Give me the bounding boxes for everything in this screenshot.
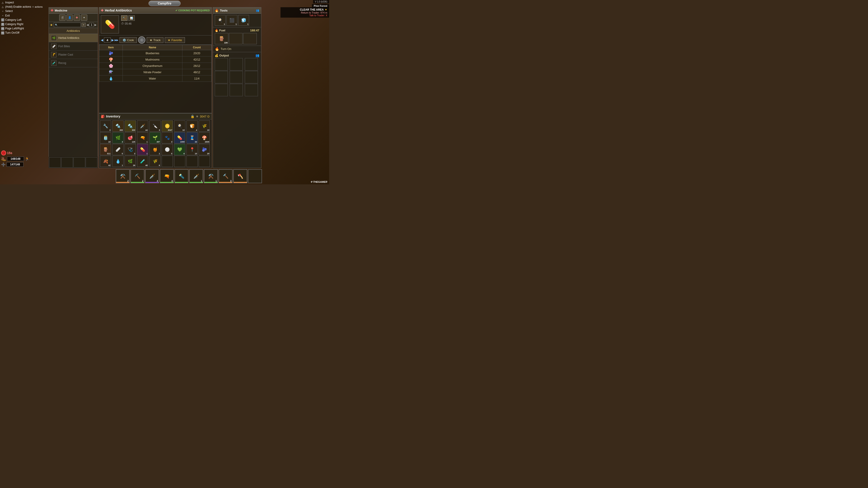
category-fort-bites[interactable]: 🩹 Fort Bites — [49, 42, 98, 51]
output-slot-6[interactable] — [215, 84, 228, 96]
slot-icon-sprout: 🌱 — [153, 135, 158, 140]
track-button[interactable]: ★ Track — [147, 37, 163, 43]
tool-slot-jar[interactable]: 🧊 1 — [238, 15, 249, 26]
output-slot-8[interactable] — [245, 84, 258, 96]
category-plaster-cast[interactable]: 🦵 Plaster Cast — [49, 51, 98, 59]
inv-slot-2-8[interactable]: 🫐20 — [199, 144, 210, 155]
recipe-tab-info[interactable]: 🔨 — [121, 15, 127, 21]
inv-slot-0-5[interactable]: 🪙3047 — [162, 121, 173, 132]
hotbar-slot-5[interactable]: 🗡️ 1 — [189, 169, 203, 183]
control-turn-on: R1 Turn On/Off — [1, 31, 48, 35]
favorite-star-button[interactable]: ★ — [50, 23, 53, 27]
inv-slot-2-7[interactable]: 📍10 — [186, 144, 198, 155]
hotbar-icon-6: ⚒️ — [208, 173, 214, 179]
fuel-slot-log[interactable]: 🪵 226 — [215, 33, 228, 44]
tool-slot-pan[interactable]: 🍳 1 — [215, 15, 225, 26]
inv-slot-1-5[interactable]: 🐾3 — [162, 132, 173, 143]
category-recog[interactable]: 🧪 Recog — [49, 59, 98, 67]
output-slot-1[interactable] — [230, 58, 243, 70]
inventory-header: 🎒 Inventory 🔒 ≡ 3047 ⊙ — [99, 113, 212, 120]
bottom-slot-3[interactable] — [73, 157, 85, 168]
output-slot-3[interactable] — [215, 71, 228, 84]
hotbar-slot-3[interactable]: 🔫 4 — [160, 169, 174, 183]
inv-slot-1-8[interactable]: 🍄2605 — [199, 132, 210, 143]
inv-slot-3-1[interactable]: 💧1 — [112, 156, 124, 167]
hotbar-slot-6[interactable]: ⚒️ 1 — [204, 169, 218, 183]
inv-slot-1-7[interactable]: 🧵34 — [186, 132, 198, 143]
inv-slot-1-4[interactable]: 🌱497 — [149, 132, 161, 143]
inv-slot-1-3[interactable]: 🔫1 — [137, 132, 148, 143]
hotbar-slot-9[interactable] — [248, 169, 262, 183]
qty-decrease-button[interactable]: ◀ — [101, 38, 103, 42]
hotbar-slot-2[interactable]: 🗡️ 4 — [145, 169, 159, 183]
ingredient-row-blueberries: 🫐 Blueberries 20/20 — [99, 50, 212, 57]
inv-slot-0-4[interactable]: 🔪3 — [149, 121, 161, 132]
control-enable: △ (Hold) Enable actions ✛ actions — [1, 5, 48, 9]
tool-slot-grill[interactable]: ⬛ 1 — [226, 15, 237, 26]
inv-slot-3-4[interactable]: 🌾6 — [149, 156, 161, 167]
output-slot-7[interactable] — [230, 84, 243, 96]
inv-slot-2-1[interactable]: 🩹5 — [112, 144, 124, 155]
favorite-button[interactable]: ★ Favorite — [165, 37, 185, 43]
health-icon: ➕ — [1, 162, 6, 167]
output-slot-0[interactable] — [215, 58, 228, 70]
tab-person-icon[interactable]: 👤 — [66, 14, 73, 21]
tab-cross-icon[interactable]: ✚ — [74, 14, 80, 21]
inv-slot-0-8[interactable]: 🌾10 — [199, 121, 210, 132]
inv-slot-3-6[interactable] — [174, 156, 185, 167]
inv-slot-2-2[interactable]: 🩺3 — [125, 144, 136, 155]
turn-on-button[interactable]: Turn On — [221, 47, 231, 51]
hotbar-slot-1[interactable]: ⛏️ 2 — [130, 169, 145, 183]
slot-icon-coin: 🪙 — [165, 124, 170, 129]
lock-icon[interactable]: 🔒 — [191, 115, 194, 118]
hotbar-slot-7[interactable]: 🔨 3 — [219, 169, 232, 183]
clear-search-button[interactable]: ✕ — [82, 23, 86, 27]
bottom-slot-2[interactable] — [61, 157, 73, 168]
inv-slot-2-0[interactable]: 🪵511 — [100, 144, 111, 155]
inv-slot-1-2[interactable]: 🥩125 — [125, 132, 136, 143]
bottom-slot-4[interactable] — [86, 157, 97, 168]
mushrooms-count: 42/12 — [182, 57, 211, 63]
tab-fork-icon[interactable]: 🍴 — [59, 14, 66, 21]
cook-button[interactable]: ⚙️ Cook — [120, 37, 137, 43]
window-title: Campfire — [149, 1, 181, 6]
cook-dial — [138, 36, 145, 43]
inv-slot-0-1[interactable]: 🔩300 — [112, 121, 124, 132]
inv-slot-3-0[interactable]: 🍂42 — [100, 156, 111, 167]
recipe-tab-stats[interactable]: 📊 — [128, 15, 135, 21]
fuel-slot-3[interactable] — [243, 33, 257, 44]
next-page-button[interactable]: ▶ — [94, 23, 96, 26]
prev-page-button[interactable]: ◀ — [87, 23, 89, 26]
inv-slot-0-7[interactable]: 🍞4 — [186, 121, 198, 132]
sort-icon[interactable]: ≡ — [196, 115, 198, 118]
inv-slot-0-3[interactable]: 🗡️44 — [137, 121, 148, 132]
hotbar-slot-0[interactable]: ⚒️ 2 — [116, 169, 130, 183]
inv-slot-3-2[interactable]: 🌿26 — [125, 156, 136, 167]
inv-slot-3-7[interactable] — [186, 156, 198, 167]
inv-slot-2-4[interactable]: 🍯1 — [149, 144, 161, 155]
qty-increase-button[interactable]: ▶ — [112, 38, 114, 42]
output-slot-5[interactable] — [245, 71, 258, 84]
inv-slot-3-5[interactable] — [162, 156, 173, 167]
inv-slot-2-3[interactable]: 💊1 — [137, 144, 148, 155]
hotbar-slot-8[interactable]: 🪓 — [233, 169, 247, 183]
inv-slot-1-1[interactable]: 🌿3 — [112, 132, 124, 143]
category-herbal-antibiotics[interactable]: 🌿 Herbal Antibiotics — [49, 34, 98, 42]
inv-slot-3-8[interactable] — [199, 156, 210, 167]
fuel-slot-2[interactable] — [229, 33, 243, 44]
bottom-slot-1[interactable] — [49, 157, 61, 168]
output-slot-4[interactable] — [230, 71, 243, 84]
hotbar-slot-4[interactable]: 🔦 — [175, 169, 188, 183]
inv-slot-2-5[interactable]: ⚪5 — [162, 144, 173, 155]
inv-slot-0-2[interactable]: 🔩300 — [125, 121, 136, 132]
inv-slot-2-6[interactable]: 💚6 — [174, 144, 185, 155]
output-slot-2[interactable] — [245, 58, 258, 70]
inv-slot-0-0[interactable]: 🔧3 — [100, 121, 111, 132]
inv-slot-1-0[interactable]: 🫙10 — [100, 132, 111, 143]
tab-star2-icon[interactable]: ✦ — [81, 14, 87, 21]
inv-slot-1-6[interactable]: 💊1000 — [174, 132, 185, 143]
inv-slot-3-3[interactable]: 🧪48 — [137, 156, 148, 167]
qty-max-button[interactable]: ▶▶ — [115, 39, 118, 41]
inv-slot-0-6[interactable]: 🍳10 — [174, 121, 185, 132]
r1-button-icon: R1 — [1, 31, 4, 35]
